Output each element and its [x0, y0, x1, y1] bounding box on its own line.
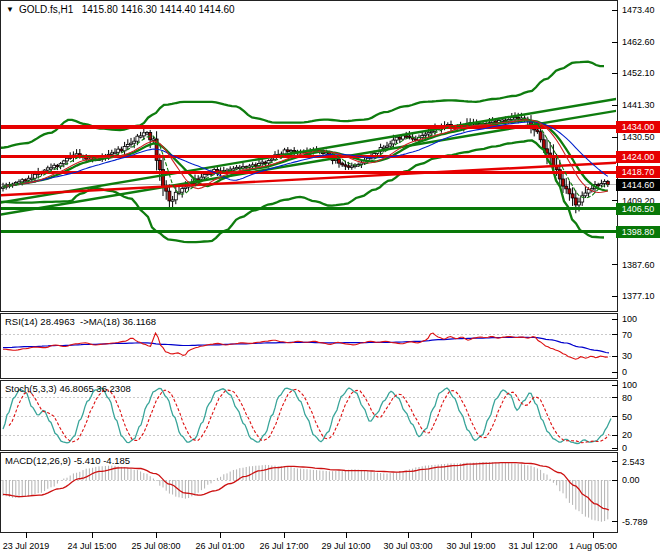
rsi-indicator-label: RSI(14) 28.4963 ->MA(18) 36.1168 — [5, 316, 156, 327]
y-axis-label: 1387.60 — [622, 260, 655, 270]
time-axis-label: 30 Jul 19:00 — [446, 541, 495, 551]
time-axis-label: 23 Jul 2019 — [3, 541, 50, 551]
rsi-axis-label: 30 — [622, 351, 632, 361]
y-axis-label: 1430.50 — [622, 132, 655, 142]
price-badge-1424.00: 1424.00 — [616, 151, 660, 163]
stoch-axis-label: 20 — [622, 430, 632, 440]
chart-title-text: GOLD.fs,H1 1415.80 1416.30 1414.40 1414.… — [19, 4, 235, 15]
rsi-axis-label: 0 — [622, 367, 627, 377]
chart-title: ▼GOLD.fs,H1 1415.80 1416.30 1414.40 1414… — [6, 4, 235, 15]
time-axis-label: 24 Jul 15:00 — [67, 541, 116, 551]
time-axis-label: 26 Jul 01:00 — [195, 541, 244, 551]
y-axis-label: 1452.10 — [622, 68, 655, 78]
y-axis-label: 1377.10 — [622, 291, 655, 301]
stoch-axis-label: 50 — [622, 412, 632, 422]
macd-axis-label: -5.789 — [622, 517, 648, 527]
rsi-axis-label: 70 — [622, 330, 632, 340]
time-axis-label: 25 Jul 08:00 — [131, 541, 180, 551]
time-axis-label: 31 Jul 12:00 — [508, 541, 557, 551]
price-badge-1406.50: 1406.50 — [616, 203, 660, 215]
time-axis-label: 26 Jul 17:00 — [259, 541, 308, 551]
price-badge-1414.60: 1414.60 — [616, 179, 660, 191]
stoch-indicator-label: Stoch(5,3,3) 46.8065 36.2308 — [5, 383, 131, 394]
y-axis-label: 1473.40 — [622, 5, 655, 15]
stoch-axis-label: 100 — [622, 380, 637, 390]
price-badge-1434.00: 1434.00 — [616, 121, 660, 133]
chart-marker-icon[interactable]: ▼ — [6, 5, 14, 14]
macd-indicator-label: MACD(12,26,9) -5.410 -4.185 — [5, 455, 130, 466]
stoch-axis-label: 80 — [622, 393, 632, 403]
price-badge-1398.80: 1398.80 — [616, 226, 660, 238]
time-axis-label: 29 Jul 10:00 — [321, 541, 370, 551]
main-chart-panel[interactable] — [0, 0, 618, 312]
macd-axis-label: 2.543 — [622, 457, 645, 467]
y-axis-label: 1462.60 — [622, 37, 655, 47]
stoch-axis-label: 0 — [622, 443, 627, 453]
rsi-axis-label: 100 — [622, 314, 637, 324]
y-axis-label: 1441.30 — [622, 100, 655, 110]
time-axis-label: 1 Aug 05:00 — [569, 541, 617, 551]
time-axis-label: 30 Jul 03:00 — [383, 541, 432, 551]
macd-axis-label: 0.00 — [622, 475, 640, 485]
price-badge-1418.70: 1418.70 — [616, 166, 660, 178]
chart-window: ▼GOLD.fs,H1 1415.80 1416.30 1414.40 1414… — [0, 0, 660, 560]
